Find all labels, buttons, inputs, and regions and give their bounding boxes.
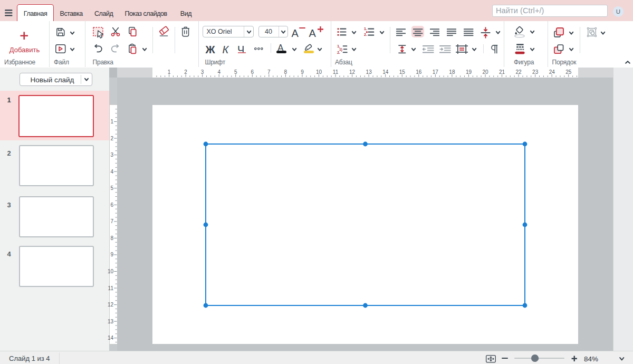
svg-text:8: 8 — [110, 235, 113, 241]
svg-text:2.: 2. — [364, 33, 367, 36]
svg-text:3: 3 — [110, 152, 113, 158]
svg-text:7: 7 — [110, 218, 113, 224]
svg-text:20: 20 — [482, 69, 488, 75]
svg-text:1: 1 — [110, 119, 113, 124]
svg-text:7: 7 — [267, 69, 271, 75]
svg-text:6: 6 — [110, 202, 113, 207]
svg-text:2.: 2. — [337, 51, 340, 54]
svg-text:1: 1 — [168, 69, 171, 75]
svg-text:14: 14 — [382, 69, 389, 75]
svg-text:21: 21 — [499, 69, 505, 75]
svg-text:1.: 1. — [364, 27, 367, 31]
svg-text:24: 24 — [549, 69, 555, 75]
svg-text:22: 22 — [516, 69, 522, 75]
svg-text:17: 17 — [433, 69, 439, 75]
svg-text:6: 6 — [251, 69, 254, 75]
svg-text:25: 25 — [565, 69, 572, 75]
svg-text:9: 9 — [110, 252, 113, 257]
svg-text:4: 4 — [217, 69, 220, 75]
svg-text:9: 9 — [301, 69, 304, 75]
svg-text:13: 13 — [366, 69, 372, 75]
svg-text:16: 16 — [416, 69, 422, 75]
svg-text:12: 12 — [108, 302, 114, 308]
svg-text:10: 10 — [108, 269, 114, 274]
svg-text:2: 2 — [184, 69, 187, 75]
svg-text:10: 10 — [316, 69, 322, 75]
svg-text:12: 12 — [349, 69, 356, 75]
svg-text:4: 4 — [110, 168, 113, 174]
svg-text:5: 5 — [234, 69, 237, 75]
svg-text:11: 11 — [108, 285, 114, 291]
svg-text:11: 11 — [333, 69, 339, 75]
svg-text:3: 3 — [201, 69, 204, 75]
svg-text:8: 8 — [284, 69, 287, 75]
svg-text:13: 13 — [108, 318, 114, 324]
svg-text:5: 5 — [110, 185, 113, 191]
svg-text:23: 23 — [532, 69, 539, 75]
svg-text:18: 18 — [449, 69, 455, 75]
svg-text:14: 14 — [108, 335, 114, 341]
svg-text:19: 19 — [466, 69, 472, 75]
svg-text:2: 2 — [110, 135, 113, 141]
svg-text:15: 15 — [399, 69, 406, 75]
